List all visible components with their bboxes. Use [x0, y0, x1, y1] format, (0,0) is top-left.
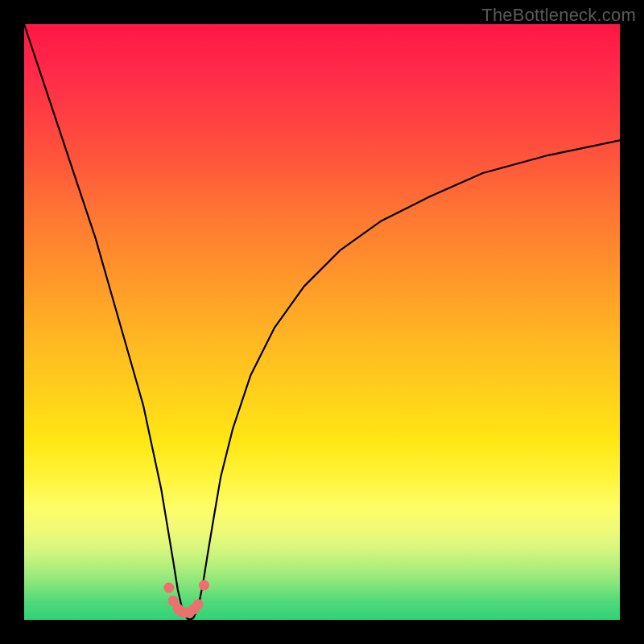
- plot-area: [24, 24, 620, 620]
- bottleneck-curve: [24, 24, 620, 619]
- bottom-dots-group: [163, 580, 209, 618]
- marker-dot: [193, 599, 204, 609]
- marker-dot: [163, 583, 174, 593]
- chart-frame: TheBottleneck.com: [0, 0, 644, 644]
- marker-dot: [199, 580, 209, 591]
- watermark-text: TheBottleneck.com: [481, 5, 636, 26]
- chart-svg: [24, 24, 620, 620]
